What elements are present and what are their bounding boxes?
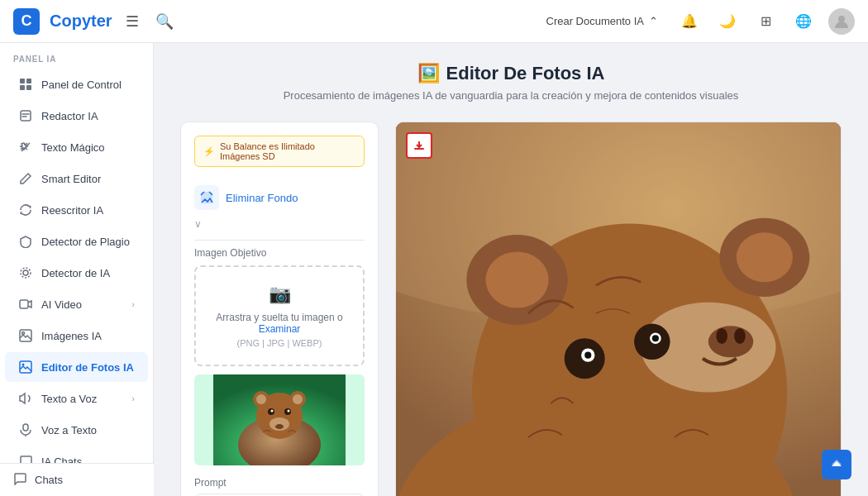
sidebar-wrapper: PANEL IA Panel de Control Redactor IA: [0, 43, 154, 496]
globe-icon[interactable]: 🌐: [790, 8, 817, 35]
content-grid: ⚡ Su Balance es Ilimitado Imágenes SD El…: [180, 122, 842, 496]
svg-point-12: [22, 364, 25, 366]
menu-icon[interactable]: ☰: [122, 9, 142, 34]
prompt-section: Prompt Oso: [194, 477, 365, 496]
svg-point-35: [716, 328, 727, 344]
lightning-icon: ⚡: [203, 146, 215, 157]
tool-icon-box: [194, 185, 219, 210]
svg-point-6: [23, 270, 28, 275]
svg-rect-1: [20, 79, 25, 83]
svg-point-42: [652, 335, 659, 341]
sidebar-label: AI Video: [41, 298, 82, 311]
header-left: C Copyter ☰ 🔍: [13, 8, 177, 35]
chats-icon: [13, 472, 26, 488]
logo-letter: C: [21, 12, 32, 30]
page-title-icon: 🖼️: [417, 63, 440, 84]
sidebar-section-label: PANEL IA: [0, 43, 153, 69]
video-icon: [18, 297, 33, 312]
page-subtitle: Procesamiento de imágenes IA de vanguard…: [180, 89, 842, 102]
chevron-right-icon: ›: [131, 299, 135, 309]
download-button[interactable]: [406, 132, 432, 159]
search-icon[interactable]: 🔍: [152, 9, 177, 34]
redactor-icon: [18, 108, 33, 123]
preview-image: [194, 374, 365, 465]
svg-rect-4: [26, 85, 31, 90]
svg-point-20: [275, 424, 284, 429]
sidebar-label: Texto a Voz: [41, 393, 97, 405]
sidebar-item-editor-fotos-ia[interactable]: Editor de Fotos IA: [5, 352, 148, 382]
sidebar-item-reescritor-ia[interactable]: Reescritor IA: [5, 195, 148, 225]
shield-icon: [18, 234, 33, 249]
fullscreen-icon[interactable]: ⊞: [752, 8, 779, 35]
main-content: 🖼️ Editor De Fotos IA Procesamiento de i…: [154, 43, 868, 496]
sidebar-label: Imágenes IA: [41, 330, 102, 342]
notifications-icon[interactable]: 🔔: [676, 8, 703, 35]
mic-icon: [18, 422, 33, 437]
svg-point-26: [256, 394, 266, 404]
sidebar: PANEL IA Panel de Control Redactor IA: [0, 43, 154, 496]
upload-box[interactable]: 📷 Arrastra y suelta tu imagen o Examinar…: [194, 265, 365, 366]
image-icon: [18, 328, 33, 343]
logo-box: C: [13, 8, 40, 35]
rewrite-icon: [18, 203, 33, 217]
chats-label: Chats: [35, 474, 63, 486]
svg-rect-5: [21, 111, 31, 121]
sidebar-item-ai-video[interactable]: AI Video ›: [5, 289, 148, 319]
sidebar-label: Panel de Control: [41, 79, 122, 91]
svg-point-28: [293, 394, 303, 404]
sidebar-label: Detector de IA: [41, 267, 110, 279]
upload-hint: (PNG | JPG | WEBP): [207, 338, 351, 348]
svg-point-36: [734, 328, 746, 344]
bottom-chats-tab[interactable]: Chats: [0, 463, 154, 496]
page-title: 🖼️ Editor De Fotos IA: [180, 63, 842, 84]
svg-point-41: [584, 352, 591, 359]
sidebar-item-redactor-ia[interactable]: Redactor IA: [5, 101, 148, 131]
svg-point-34: [708, 326, 753, 357]
eliminar-fondo-tool[interactable]: Eliminar Fondo: [194, 179, 365, 217]
svg-rect-8: [20, 300, 28, 308]
sidebar-item-detector-ia[interactable]: Detector de IA: [5, 258, 148, 288]
sidebar-item-voz-a-texto[interactable]: Voz a Texto: [5, 415, 148, 445]
upload-section-label: Imagen Objetivo: [194, 247, 365, 259]
page-header: 🖼️ Editor De Fotos IA Procesamiento de i…: [180, 63, 842, 102]
svg-point-46: [737, 232, 793, 282]
browse-link[interactable]: Examinar: [259, 323, 301, 335]
sidebar-label: Texto Mágico: [41, 141, 105, 154]
sidebar-item-texto-magico[interactable]: Texto Mágico: [5, 132, 148, 162]
sidebar-item-imagenes-ia[interactable]: Imágenes IA: [5, 321, 148, 351]
crear-label: Crear Documento IA: [546, 15, 645, 27]
divider: [194, 240, 365, 241]
sidebar-label: Editor de Fotos IA: [41, 361, 134, 374]
balance-text: Su Balance es Ilimitado Imágenes SD: [220, 141, 355, 161]
tool-arrow: ∨: [194, 217, 365, 233]
camera-icon: 📷: [207, 284, 351, 305]
grid-icon: [18, 77, 33, 92]
sidebar-item-detector-plagio[interactable]: Detector de Plagio: [5, 227, 148, 256]
upload-instruction: Arrastra y suelta tu imagen o Examinar: [207, 312, 351, 335]
svg-point-7: [21, 268, 31, 278]
sidebar-item-texto-a-voz[interactable]: Texto a Voz ›: [5, 384, 148, 413]
tool-label: Eliminar Fondo: [226, 192, 298, 204]
logo-text: Copyter: [50, 12, 112, 31]
sidebar-label: Smart Editor: [41, 173, 101, 185]
sidebar-item-panel-control[interactable]: Panel de Control: [5, 69, 148, 99]
sidebar-label: Voz a Texto: [41, 424, 97, 436]
avatar[interactable]: [828, 8, 855, 35]
right-panel: [395, 122, 842, 496]
svg-point-0: [838, 16, 845, 22]
chevron-up-icon: ⌃: [649, 15, 658, 27]
magic-icon: [18, 140, 33, 155]
svg-point-23: [271, 410, 274, 413]
svg-point-44: [485, 251, 548, 308]
scroll-up-button[interactable]: [822, 450, 851, 479]
pencil-icon: [18, 171, 33, 186]
crear-documento-button[interactable]: Crear Documento IA ⌃: [540, 12, 665, 31]
sidebar-item-smart-editor[interactable]: Smart Editor: [5, 164, 148, 193]
moon-icon[interactable]: 🌙: [714, 8, 741, 35]
header-right: Crear Documento IA ⌃ 🔔 🌙 ⊞ 🌐: [540, 8, 856, 35]
svg-rect-3: [20, 85, 25, 90]
left-panel: ⚡ Su Balance es Ilimitado Imágenes SD El…: [180, 122, 379, 496]
svg-point-24: [288, 410, 290, 413]
balance-badge: ⚡ Su Balance es Ilimitado Imágenes SD: [194, 136, 365, 167]
detector-ia-icon: [18, 265, 33, 280]
